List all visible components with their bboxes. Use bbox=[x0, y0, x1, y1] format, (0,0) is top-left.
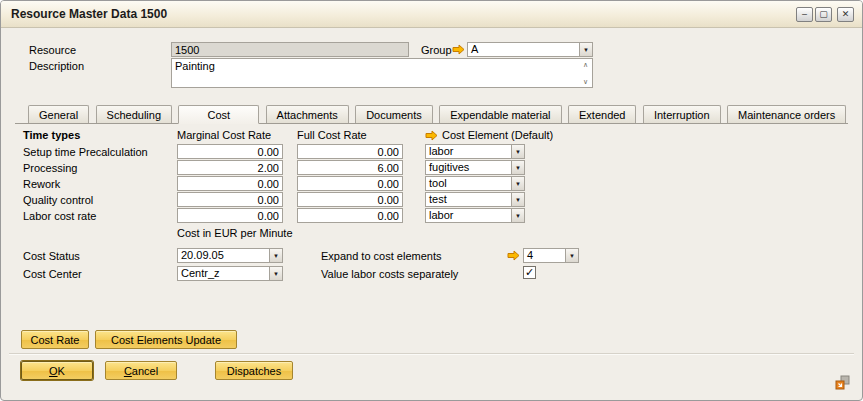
row-label-setup-time: Setup time Precalculation bbox=[23, 146, 148, 158]
full-cost-rate-header: Full Cost Rate bbox=[297, 129, 367, 141]
row-label-labor-cost-rate: Labor cost rate bbox=[23, 210, 96, 222]
resource-label: Resource bbox=[29, 44, 76, 56]
time-types-header: Time types bbox=[23, 129, 80, 141]
cost-status-value: 20.09.05 bbox=[178, 249, 269, 262]
window-title: Resource Master Data 1500 bbox=[11, 7, 167, 21]
processing-cost-element-dropdown[interactable]: fugitives ▼ bbox=[425, 160, 525, 175]
tab-maintenance-orders[interactable]: Maintenance orders bbox=[727, 105, 846, 123]
setup-cost-element-dropdown[interactable]: labor ▼ bbox=[425, 144, 525, 159]
scroll-up-icon[interactable]: ∧ bbox=[580, 61, 591, 68]
rework-cost-element-dropdown[interactable]: tool ▼ bbox=[425, 176, 525, 191]
setup-marginal-input[interactable] bbox=[177, 144, 283, 159]
tab-interruption[interactable]: Interruption bbox=[643, 105, 721, 123]
cost-status-dropdown[interactable]: 20.09.05 ▼ bbox=[177, 248, 283, 263]
processing-marginal-input[interactable] bbox=[177, 160, 283, 175]
tab-extended[interactable]: Extended bbox=[568, 105, 636, 123]
processing-full-input[interactable] bbox=[297, 160, 403, 175]
cost-rate-button[interactable]: Cost Rate bbox=[21, 330, 89, 349]
labor-marginal-input[interactable] bbox=[177, 208, 283, 223]
cost-element-link-arrow-icon[interactable] bbox=[425, 130, 438, 141]
resize-grip-icon[interactable] bbox=[835, 375, 850, 390]
minimize-button[interactable]: – bbox=[796, 7, 813, 22]
resource-field[interactable] bbox=[171, 42, 409, 57]
expand-link-arrow-icon[interactable] bbox=[507, 250, 520, 261]
cost-elements-update-button[interactable]: Cost Elements Update bbox=[95, 330, 237, 349]
quality-full-input[interactable] bbox=[297, 192, 403, 207]
expand-to-cost-elements-label: Expand to cost elements bbox=[321, 250, 441, 262]
dropdown-arrow-icon[interactable]: ▼ bbox=[511, 145, 524, 158]
value-labor-costs-label: Value labor costs separately bbox=[321, 268, 458, 280]
tab-scheduling[interactable]: Scheduling bbox=[96, 105, 172, 123]
setup-full-input[interactable] bbox=[297, 144, 403, 159]
labor-cost-element-value: labor bbox=[426, 209, 511, 222]
rework-cost-element-value: tool bbox=[426, 177, 511, 190]
group-link-arrow-icon[interactable] bbox=[452, 44, 465, 55]
dropdown-arrow-icon[interactable]: ▼ bbox=[579, 43, 592, 56]
tab-documents[interactable]: Documents bbox=[355, 105, 433, 123]
quality-cost-element-dropdown[interactable]: test ▼ bbox=[425, 192, 525, 207]
tab-strip: General Scheduling Cost Attachments Docu… bbox=[15, 105, 848, 124]
row-label-rework: Rework bbox=[23, 178, 60, 190]
resource-master-data-window: Resource Master Data 1500 – ▢ ✕ Resource… bbox=[0, 0, 863, 401]
dispatches-button[interactable]: Dispatches bbox=[215, 361, 293, 380]
group-label: Group bbox=[421, 44, 452, 56]
marginal-cost-rate-header: Marginal Cost Rate bbox=[177, 129, 271, 141]
labor-cost-element-dropdown[interactable]: labor ▼ bbox=[425, 208, 525, 223]
unit-note: Cost in EUR per Minute bbox=[177, 227, 293, 239]
bottom-separator bbox=[9, 353, 854, 355]
tab-cost[interactable]: Cost bbox=[178, 105, 259, 124]
row-label-processing: Processing bbox=[23, 162, 77, 174]
processing-cost-element-value: fugitives bbox=[426, 161, 511, 174]
dropdown-arrow-icon[interactable]: ▼ bbox=[511, 209, 524, 222]
dropdown-arrow-icon[interactable]: ▼ bbox=[565, 249, 578, 262]
cost-center-label: Cost Center bbox=[23, 268, 82, 280]
quality-marginal-input[interactable] bbox=[177, 192, 283, 207]
window-controls: – ▢ ✕ bbox=[794, 7, 854, 22]
window-titlebar[interactable]: Resource Master Data 1500 – ▢ ✕ bbox=[1, 1, 862, 28]
ok-button[interactable]: OK bbox=[21, 361, 93, 380]
row-label-quality-control: Quality control bbox=[23, 194, 93, 206]
maximize-button[interactable]: ▢ bbox=[815, 7, 832, 22]
quality-cost-element-value: test bbox=[426, 193, 511, 206]
cancel-button[interactable]: Cancel bbox=[105, 361, 177, 380]
dropdown-arrow-icon[interactable]: ▼ bbox=[269, 267, 282, 280]
rework-marginal-input[interactable] bbox=[177, 176, 283, 191]
dropdown-arrow-icon[interactable]: ▼ bbox=[511, 177, 524, 190]
scroll-down-icon[interactable]: ∨ bbox=[580, 78, 591, 85]
expand-value: 4 bbox=[524, 249, 565, 262]
cost-status-label: Cost Status bbox=[23, 250, 80, 262]
cost-center-dropdown[interactable]: Centr_z ▼ bbox=[177, 266, 283, 281]
close-button[interactable]: ✕ bbox=[837, 7, 854, 22]
dropdown-arrow-icon[interactable]: ▼ bbox=[511, 193, 524, 206]
cost-element-header: Cost Element (Default) bbox=[442, 129, 553, 141]
value-labor-costs-checkbox[interactable]: ✓ bbox=[523, 266, 536, 279]
rework-full-input[interactable] bbox=[297, 176, 403, 191]
dropdown-arrow-icon[interactable]: ▼ bbox=[511, 161, 524, 174]
dropdown-arrow-icon[interactable]: ▼ bbox=[269, 249, 282, 262]
expand-dropdown[interactable]: 4 ▼ bbox=[523, 248, 579, 263]
description-field[interactable]: Painting bbox=[171, 58, 593, 88]
group-dropdown-value: A bbox=[468, 43, 579, 56]
tab-expendable-material[interactable]: Expendable material bbox=[439, 105, 561, 123]
description-label: Description bbox=[29, 60, 84, 72]
tab-general[interactable]: General bbox=[28, 105, 89, 123]
labor-full-input[interactable] bbox=[297, 208, 403, 223]
setup-cost-element-value: labor bbox=[426, 145, 511, 158]
group-dropdown[interactable]: A ▼ bbox=[467, 42, 593, 57]
cost-center-value: Centr_z bbox=[178, 267, 269, 280]
tab-attachments[interactable]: Attachments bbox=[266, 105, 349, 123]
